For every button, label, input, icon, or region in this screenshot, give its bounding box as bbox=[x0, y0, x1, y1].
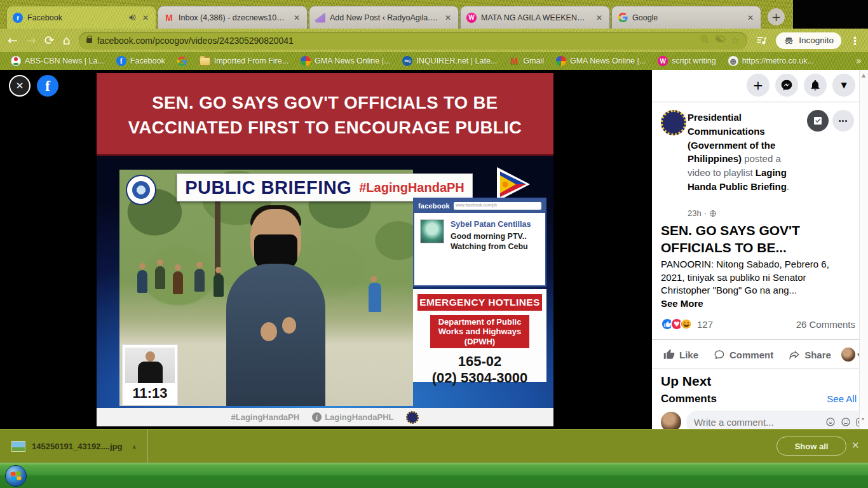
pcoo-logo-inner bbox=[132, 181, 150, 199]
hotline-number: 165-02 bbox=[413, 353, 546, 370]
bookmark-google[interactable] bbox=[173, 54, 192, 68]
bookmark-label: Imported From Fire... bbox=[214, 57, 288, 65]
comment-count[interactable]: 26 Comments bbox=[796, 319, 855, 330]
bookmark-gma-news[interactable]: GMA News Online |... bbox=[296, 54, 395, 68]
share-button[interactable]: Share bbox=[783, 349, 836, 360]
bookmark-star-icon[interactable]: ☆ bbox=[731, 34, 740, 46]
bookmark-inquirer[interactable]: INQ INQUIRER.net | Late... bbox=[398, 54, 501, 68]
post-sidebar: + ▼ Presidential Communications (Governm… bbox=[652, 70, 868, 429]
bookmarks-bar: ABS-CBN News | La... f Facebook Imported… bbox=[0, 52, 868, 70]
footer-handle: LagingHandaPHL bbox=[325, 412, 393, 422]
tab-label: Facebook bbox=[27, 13, 124, 22]
bookmark-gma-news-2[interactable]: GMA News Online |... bbox=[552, 54, 650, 68]
tab-radyoagila[interactable]: Add New Post ‹ RadyoAgila.com ✕ bbox=[309, 6, 459, 29]
new-tab-button[interactable]: + bbox=[768, 8, 785, 25]
tab-inbox[interactable]: M Inbox (4,386) - dzecnews1062@g ✕ bbox=[158, 6, 308, 29]
reaction-count[interactable]: 127 bbox=[697, 319, 713, 330]
home-icon[interactable]: ⌂ bbox=[63, 34, 71, 46]
pcoo-seal-icon bbox=[406, 411, 419, 424]
facebook-wordmark: facebook bbox=[418, 202, 450, 210]
haha-reaction-icon[interactable] bbox=[680, 318, 693, 330]
facebook-logo[interactable]: f bbox=[37, 75, 58, 97]
more-options-button[interactable]: ••• bbox=[832, 110, 854, 132]
reactions-row: ♥ 127 26 Comments bbox=[661, 318, 855, 330]
post-actions-row: Like Comment Share ▾ bbox=[658, 342, 857, 367]
footer-handle-group: f LagingHandaPHL bbox=[312, 412, 393, 422]
reload-icon[interactable]: ⟳ bbox=[44, 34, 55, 46]
bystander-figure bbox=[173, 271, 183, 294]
lock-icon[interactable] bbox=[86, 38, 92, 43]
media-controls-icon[interactable] bbox=[756, 34, 768, 46]
tab-mata-ng-agila[interactable]: W MATA NG AGILA WEEKEND 2021 ✕ bbox=[460, 6, 610, 29]
tab-facebook[interactable]: f Facebook ✕ bbox=[6, 6, 156, 29]
bookmark-label: INQUIRER.net | Late... bbox=[416, 57, 497, 65]
sidebar-scrollbar[interactable]: ▲ ▾ bbox=[859, 70, 868, 429]
bookmark-abscbn[interactable]: ABS-CBN News | La... bbox=[6, 54, 109, 68]
footer-hashtag: #LagingHandaPH bbox=[231, 412, 300, 422]
hotline-number: (02) 5304-3000 bbox=[413, 370, 546, 386]
byline-period: . bbox=[787, 181, 789, 192]
bystander-figure bbox=[155, 266, 165, 289]
address-bar[interactable]: facebook.com/pcoogov/videos/242305290820… bbox=[79, 32, 747, 50]
image-file-icon bbox=[11, 441, 25, 452]
bookmark-label: GMA News Online |... bbox=[315, 57, 390, 65]
video-title[interactable]: SEN. GO SAYS GOV'T OFFICIALS TO BE... bbox=[661, 222, 826, 256]
messenger-button[interactable] bbox=[775, 74, 798, 97]
tab-google[interactable]: Google ✕ bbox=[611, 6, 761, 29]
page-avatar[interactable] bbox=[661, 110, 686, 135]
shelf-separator bbox=[147, 430, 148, 463]
avatar-sticker-icon[interactable] bbox=[825, 417, 836, 427]
bookmark-script-writing[interactable]: W script writing bbox=[653, 54, 720, 68]
show-title: PUBLIC BRIEFING bbox=[185, 177, 351, 198]
bookmark-imported[interactable]: Imported From Fire... bbox=[195, 54, 293, 68]
notifications-button[interactable] bbox=[804, 74, 827, 97]
forward-icon[interactable]: → bbox=[26, 34, 36, 46]
start-button[interactable] bbox=[5, 465, 27, 487]
tab-close-icon[interactable]: ✕ bbox=[141, 13, 150, 22]
see-more-link[interactable]: See More bbox=[661, 297, 855, 311]
emoji-icon[interactable] bbox=[841, 417, 851, 427]
bookmark-facebook[interactable]: f Facebook bbox=[112, 54, 170, 68]
tab-close-icon[interactable]: ✕ bbox=[292, 13, 301, 22]
comment-input[interactable] bbox=[694, 417, 820, 428]
bookmarks-overflow-icon[interactable]: » bbox=[856, 55, 862, 67]
download-menu-icon[interactable]: ▴ bbox=[132, 442, 136, 451]
tab-strip: f Facebook ✕ M Inbox (4,386) - dzecnews1… bbox=[6, 6, 763, 29]
bookmark-label: script writing bbox=[672, 57, 715, 65]
zoom-icon[interactable] bbox=[700, 34, 710, 47]
incognito-icon bbox=[783, 35, 794, 46]
comment-button[interactable]: Comment bbox=[709, 349, 778, 360]
tab-close-icon[interactable]: ✕ bbox=[746, 13, 755, 22]
browser-menu-icon[interactable]: ⋮ bbox=[850, 34, 860, 47]
saved-to-playlist-button[interactable] bbox=[807, 110, 829, 132]
scroll-up-icon[interactable]: ▲ bbox=[862, 72, 865, 78]
url-text[interactable]: facebook.com/pcoogov/videos/242305290820… bbox=[97, 36, 695, 46]
like-button[interactable]: Like bbox=[658, 349, 703, 360]
bookmark-gmail[interactable]: M Gmail bbox=[505, 54, 548, 68]
scroll-down-icon[interactable]: ▾ bbox=[862, 416, 864, 422]
eye-off-icon[interactable] bbox=[715, 34, 726, 47]
post-timestamp[interactable]: 23h · bbox=[688, 208, 717, 218]
share-as-selector[interactable]: ▾ bbox=[841, 348, 860, 362]
interpreter-body bbox=[138, 362, 163, 383]
video-player[interactable]: SEN. GO SAYS GOV'T OFFICIALS TO BE VACCI… bbox=[97, 73, 553, 426]
create-button[interactable]: + bbox=[747, 74, 770, 97]
hotlines-title: EMERGENCY HOTLINES bbox=[417, 294, 542, 311]
overlay-header: facebook www.facebook.com/ph bbox=[414, 199, 545, 213]
see-all-link[interactable]: See All bbox=[827, 393, 857, 404]
close-shelf-icon[interactable]: ✕ bbox=[851, 440, 860, 451]
google-icon bbox=[177, 56, 187, 66]
account-menu-button[interactable]: ▼ bbox=[832, 74, 855, 97]
google-favicon bbox=[618, 13, 628, 23]
back-icon[interactable]: ← bbox=[8, 34, 18, 46]
close-theater-button[interactable]: ✕ bbox=[9, 75, 31, 97]
tab-close-icon[interactable]: ✕ bbox=[595, 13, 604, 22]
abscbn-icon bbox=[11, 56, 21, 66]
speaker-hand bbox=[282, 317, 296, 334]
window-corner bbox=[793, 0, 868, 29]
show-all-downloads-button[interactable]: Show all bbox=[776, 437, 846, 456]
bookmark-metro[interactable]: ⊕ https://metro.co.uk... bbox=[724, 54, 818, 68]
tab-audio-icon[interactable] bbox=[128, 13, 137, 22]
download-item[interactable]: 145250191_43192....jpg ▴ bbox=[11, 441, 136, 452]
tab-close-icon[interactable]: ✕ bbox=[444, 13, 452, 22]
